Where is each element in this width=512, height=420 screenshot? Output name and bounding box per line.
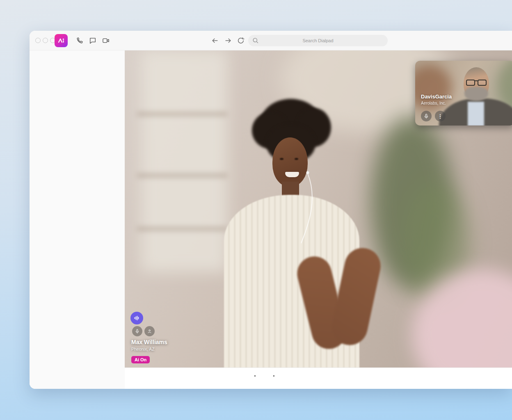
beard [464, 87, 488, 101]
speaker-person-button[interactable] [144, 326, 155, 336]
speaker-name: Max Williams [131, 339, 167, 345]
back-icon[interactable] [211, 37, 219, 45]
window-control-minimize[interactable] [43, 38, 48, 43]
pip-more-button[interactable]: ⋮ [435, 111, 446, 121]
chat-icon[interactable] [89, 37, 97, 45]
pip-video-davisgarcia[interactable]: DavisGarcia Aerolabs, Inc. ⋮ [415, 61, 512, 126]
dialpad-window: Search Dialpad [30, 31, 512, 389]
video-call-area: DavisGarcia Aerolabs, Inc. ⋮ [125, 50, 512, 389]
forward-icon[interactable] [224, 37, 232, 45]
pip-mic-button[interactable] [421, 111, 432, 121]
pip-participant-name: DavisGarcia [421, 94, 452, 100]
sidebar [30, 50, 125, 389]
dialpad-ai-logo[interactable] [55, 34, 68, 47]
search-placeholder: Search Dialpad [248, 38, 388, 43]
speaker-mic-button[interactable] [132, 326, 142, 336]
speaking-indicator-icon [130, 312, 143, 324]
search-input[interactable]: Search Dialpad [248, 35, 388, 46]
speaker-location: Pheonix, AZ [131, 347, 155, 352]
call-toolbar [125, 368, 512, 389]
pip-participant-company: Aerolabs, Inc. [421, 101, 452, 105]
main-video-feed: DavisGarcia Aerolabs, Inc. ⋮ [125, 50, 512, 368]
video-icon[interactable] [102, 37, 110, 45]
titlebar: Search Dialpad [30, 31, 512, 50]
toolbar-separator-dot [254, 375, 256, 377]
ai-on-badge[interactable]: Ai On [131, 356, 150, 363]
search-icon [252, 37, 259, 44]
reload-icon[interactable] [237, 37, 245, 45]
phone-icon[interactable] [75, 37, 84, 45]
glasses [465, 80, 487, 86]
toolbar-separator-dot [273, 375, 274, 377]
window-control-close[interactable] [35, 38, 41, 43]
